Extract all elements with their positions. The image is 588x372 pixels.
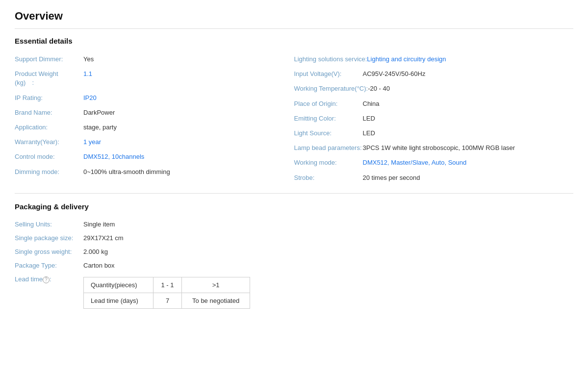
lead-time-table-container: Quantity(pieces) 1 - 1 >1 Lead time (day… [83, 275, 250, 309]
value-brand-name: DarkPower [83, 108, 115, 117]
value-product-weight[interactable]: 1.1 [83, 70, 92, 78]
table-header-range1: 1 - 1 [153, 277, 181, 293]
pkg-row-package-size: Single package size: 29X17X21 cm [15, 231, 573, 245]
value-support-dimmer: Yes [83, 55, 94, 64]
value-application: stage, party [83, 123, 117, 132]
table-cell-days-7: 7 [153, 293, 181, 309]
label-input-voltage: Input Voltage(V): [294, 70, 363, 78]
value-strobe: 20 times per second [363, 174, 420, 182]
section-divider [15, 193, 573, 194]
label-working-temp: Working Temperature(°C): [294, 84, 368, 93]
title-divider [15, 28, 573, 29]
detail-row-brand-name: Brand Name: DarkPower [15, 105, 294, 120]
pkg-row-lead-time: Lead time?: Quantity(pieces) 1 - 1 >1 Le… [15, 273, 573, 311]
label-light-source: Light Source: [294, 129, 363, 138]
value-ip-rating[interactable]: IP20 [83, 94, 97, 102]
detail-row-control-mode: Control mode: DMX512, 10channels [15, 149, 294, 164]
label-dimming-mode: Dimming mode: [15, 168, 83, 176]
value-dimming-mode: 0~100% ultra-smooth dimming [83, 168, 170, 176]
table-cell-negotiated: To be negotiated [182, 293, 250, 309]
detail-row-emitting-color: Emitting Color: LED [294, 111, 574, 126]
value-selling-units: Single item [83, 220, 115, 229]
label-brand-name: Brand Name: [15, 108, 83, 117]
label-lighting-solutions: Lighting solutions service: [294, 55, 367, 64]
essential-details-section: Essential details Support Dimmer: Yes Pr… [15, 37, 573, 185]
detail-row-lamp-bead: Lamp bead parameters: 3PCS 1W white ligh… [294, 141, 574, 155]
label-lamp-bead: Lamp bead parameters: [294, 144, 363, 152]
value-emitting-color: LED [363, 114, 375, 123]
table-header-quantity: Quantity(pieces) [84, 277, 153, 293]
essential-left-col: Support Dimmer: Yes Product Weight(kg) :… [15, 52, 294, 185]
label-ip-rating: IP Rating: [15, 94, 83, 102]
detail-row-application: Application: stage, party [15, 120, 294, 135]
detail-row-lighting-solutions: Lighting solutions service: Lighting and… [294, 52, 574, 67]
label-control-mode: Control mode: [15, 152, 83, 161]
detail-row-working-mode: Working mode: DMX512, Master/Slave, Auto… [294, 155, 574, 170]
essential-right-col: Lighting solutions service: Lighting and… [294, 52, 574, 185]
value-gross-weight: 2.000 kg [83, 248, 108, 256]
value-lamp-bead: 3PCS 1W white light stroboscopic, 100MW … [363, 144, 515, 152]
detail-row-ip-rating: IP Rating: IP20 [15, 91, 294, 105]
label-product-weight: Product Weight(kg) : [15, 70, 83, 87]
detail-row-support-dimmer: Support Dimmer: Yes [15, 52, 294, 67]
detail-row-strobe: Strobe: 20 times per second [294, 171, 574, 185]
value-control-mode[interactable]: DMX512, 10channels [83, 152, 144, 161]
label-place-of-origin: Place of Origin: [294, 99, 363, 108]
label-support-dimmer: Support Dimmer: [15, 55, 83, 64]
lead-time-text: Lead time [15, 275, 43, 283]
label-emitting-color: Emitting Color: [294, 114, 363, 123]
label-selling-units: Selling Units: [15, 220, 83, 229]
lead-time-header-row: Quantity(pieces) 1 - 1 >1 [84, 277, 250, 293]
lead-time-data-row: Lead time (days) 7 To be negotiated [84, 293, 250, 309]
essential-details-title: Essential details [15, 37, 573, 45]
value-lighting-solutions[interactable]: Lighting and circuitry design [367, 55, 446, 64]
packaging-section: Packaging & delivery Selling Units: Sing… [15, 202, 573, 312]
detail-row-light-source: Light Source: LED [294, 126, 574, 141]
table-header-range2: >1 [182, 277, 250, 293]
value-package-size: 29X17X21 cm [83, 234, 124, 243]
table-cell-lead-time-label: Lead time (days) [84, 293, 153, 309]
packaging-title: Packaging & delivery [15, 202, 573, 211]
detail-row-input-voltage: Input Voltage(V): AC95V-245V/50-60Hz [294, 67, 574, 81]
value-light-source: LED [363, 129, 375, 138]
detail-row-dimming-mode: Dimming mode: 0~100% ultra-smooth dimmin… [15, 165, 294, 179]
value-package-type: Carton box [83, 261, 115, 270]
value-working-mode[interactable]: DMX512, Master/Slave, Auto, Sound [363, 158, 467, 167]
value-working-temp: -20 - 40 [368, 84, 390, 93]
value-warranty[interactable]: 1 year [83, 138, 101, 147]
label-working-mode: Working mode: [294, 158, 363, 167]
label-lead-time: Lead time?: [15, 275, 83, 284]
pkg-row-gross-weight: Single gross weight: 2.000 kg [15, 245, 573, 259]
pkg-row-selling-units: Selling Units: Single item [15, 218, 573, 231]
detail-row-working-temp: Working Temperature(°C): -20 - 40 [294, 81, 574, 96]
value-place-of-origin: China [363, 99, 380, 108]
label-application: Application: [15, 123, 83, 132]
lead-time-table: Quantity(pieces) 1 - 1 >1 Lead time (day… [83, 277, 250, 309]
pkg-row-package-type: Package Type: Carton box [15, 259, 573, 273]
value-input-voltage: AC95V-245V/50-60Hz [363, 70, 426, 78]
detail-row-place-of-origin: Place of Origin: China [294, 97, 574, 111]
detail-row-product-weight: Product Weight(kg) : 1.1 [15, 67, 294, 90]
lead-time-help-icon[interactable]: ? [43, 276, 50, 283]
essential-details-grid: Support Dimmer: Yes Product Weight(kg) :… [15, 52, 573, 185]
page-title: Overview [15, 10, 573, 23]
label-package-size: Single package size: [15, 234, 83, 243]
label-warranty: Warranty(Year): [15, 138, 83, 147]
detail-row-warranty: Warranty(Year): 1 year [15, 135, 294, 149]
label-gross-weight: Single gross weight: [15, 248, 83, 256]
label-package-type: Package Type: [15, 261, 83, 270]
label-strobe: Strobe: [294, 174, 363, 182]
